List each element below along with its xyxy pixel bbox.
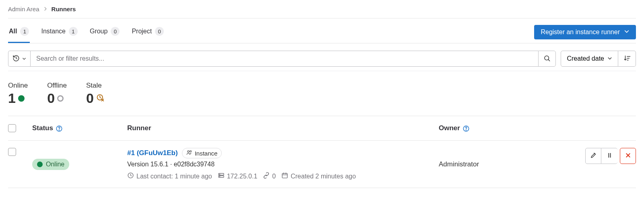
column-runner-label: Runner <box>127 124 151 132</box>
column-owner-label: Owner <box>439 124 460 132</box>
tab-label: Instance <box>41 28 65 35</box>
svg-point-11 <box>466 130 466 130</box>
tabs: All 1 Instance 1 Group 0 Project 0 <box>8 21 165 43</box>
pause-icon <box>606 152 613 160</box>
online-dot-icon <box>18 95 25 102</box>
edit-button[interactable] <box>585 148 601 164</box>
status-text: Online <box>46 161 64 168</box>
users-icon <box>186 149 192 157</box>
stats-row: Online 1 Offline 0 Stale 0 <box>8 71 636 116</box>
sort-descending-icon <box>623 55 631 63</box>
table-row: Online #1 (GFuUw1Eb) Instance Version 15… <box>8 141 636 188</box>
chevron-right-icon <box>43 6 47 12</box>
column-status-label: Status <box>32 124 53 132</box>
ip-text: 172.25.0.1 <box>227 173 258 180</box>
breadcrumb-current: Runners <box>52 6 76 12</box>
help-icon[interactable] <box>462 124 470 132</box>
tab-instance[interactable]: Instance 1 <box>40 21 78 43</box>
runner-version: Version 15.6.1 · e02f8dc39748 <box>127 161 439 168</box>
pause-button[interactable] <box>601 148 617 164</box>
chevron-down-icon <box>22 56 26 62</box>
svg-point-9 <box>59 130 59 130</box>
stat-stale: Stale 0 <box>86 82 104 106</box>
tab-label: All <box>9 28 17 35</box>
tabs-row: All 1 Instance 1 Group 0 Project 0 Regis… <box>8 21 636 43</box>
sort-direction-button[interactable] <box>618 51 636 67</box>
tab-label: Group <box>90 28 107 35</box>
help-icon[interactable] <box>56 124 63 132</box>
register-runner-label: Register an instance runner <box>541 29 620 36</box>
offline-ring-icon <box>57 95 64 102</box>
search-history-button[interactable] <box>8 51 30 67</box>
tab-count: 0 <box>155 27 164 36</box>
select-all-checkbox[interactable] <box>8 124 16 132</box>
tab-count: 1 <box>69 27 78 36</box>
row-checkbox[interactable] <box>8 148 16 156</box>
tab-count: 0 <box>111 27 120 36</box>
tab-label: Project <box>132 28 152 35</box>
chevron-down-icon <box>624 29 630 36</box>
stat-label: Stale <box>86 82 104 90</box>
tab-group[interactable]: Group 0 <box>89 21 120 43</box>
svg-rect-19 <box>282 174 287 178</box>
sort-label: Created date <box>567 55 604 62</box>
last-contact: Last contact: 1 minute ago <box>127 172 212 180</box>
stat-value: 1 <box>8 90 16 106</box>
delete-button[interactable] <box>620 148 636 164</box>
sort-group: Created date <box>561 51 636 67</box>
table-header: Status Runner Owner <box>8 116 636 141</box>
tab-count: 1 <box>20 27 29 36</box>
link-icon <box>263 172 270 180</box>
search-input[interactable] <box>30 51 538 67</box>
runner-meta: Last contact: 1 minute ago 172.25.0.1 0 <box>127 172 439 180</box>
runner-type-badge: Instance <box>182 148 222 158</box>
calendar-icon <box>281 172 288 180</box>
stat-label: Online <box>8 82 28 90</box>
ip-address: 172.25.0.1 <box>218 172 258 180</box>
owner-name[interactable]: Administrator <box>439 160 479 168</box>
breadcrumb-parent[interactable]: Admin Area <box>8 6 39 12</box>
breadcrumb: Admin Area Runners <box>8 0 636 18</box>
runner-type-text: Instance <box>195 150 218 157</box>
stat-offline: Offline 0 <box>47 82 67 106</box>
jobs-count: 0 <box>263 172 276 180</box>
stat-value: 0 <box>47 90 55 106</box>
svg-line-1 <box>549 59 550 61</box>
online-dot-icon <box>37 162 43 167</box>
svg-point-12 <box>187 151 189 152</box>
tab-project[interactable]: Project 0 <box>131 21 165 43</box>
chevron-down-icon <box>607 55 612 62</box>
search-button[interactable] <box>538 51 556 67</box>
pencil-icon <box>590 152 597 160</box>
status-badge: Online <box>32 159 69 170</box>
clock-icon <box>127 172 134 180</box>
filter-row: Created date <box>8 43 636 71</box>
stat-value: 0 <box>86 90 94 106</box>
close-icon <box>625 152 632 160</box>
search-group <box>8 51 556 67</box>
svg-point-18 <box>219 176 220 177</box>
runner-link[interactable]: #1 (GFuUw1Eb) <box>127 149 178 157</box>
stat-label: Offline <box>47 82 67 90</box>
svg-point-13 <box>190 151 191 152</box>
last-contact-text: Last contact: 1 minute ago <box>136 173 212 180</box>
register-runner-button[interactable]: Register an instance runner <box>534 25 636 39</box>
created-at: Created 2 minutes ago <box>281 172 356 180</box>
jobs-text: 0 <box>272 173 276 180</box>
created-text: Created 2 minutes ago <box>291 173 356 180</box>
stat-online: Online 1 <box>8 82 28 106</box>
svg-point-17 <box>219 174 220 174</box>
search-icon <box>543 55 551 63</box>
history-icon <box>12 55 20 63</box>
stale-clock-icon <box>96 94 104 103</box>
server-icon <box>218 172 225 180</box>
sort-dropdown[interactable]: Created date <box>561 51 618 67</box>
tab-all[interactable]: All 1 <box>8 21 30 43</box>
